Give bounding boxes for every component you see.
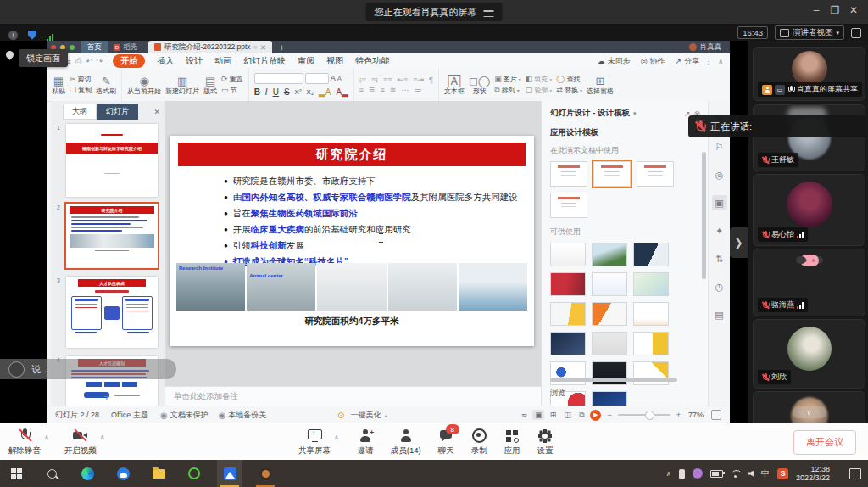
sidebar-collapse-handle[interactable]: ❯ xyxy=(730,227,748,258)
scroll-down-button[interactable]: ∨ xyxy=(793,406,826,418)
design-template-thumb[interactable] xyxy=(550,302,586,326)
design-pane-icon[interactable]: ▣ xyxy=(712,195,727,210)
design-template-thumb[interactable] xyxy=(592,272,627,296)
menu-animation[interactable]: 动画 xyxy=(214,55,231,67)
history-icon[interactable]: ◷ xyxy=(712,279,727,294)
fill-button[interactable]: ◧填充▾ xyxy=(526,76,553,83)
browse-templates-link[interactable]: 浏览... xyxy=(550,388,572,399)
menu-design[interactable]: 设计 xyxy=(186,55,203,67)
reading-view-icon[interactable]: ◫ xyxy=(561,410,573,420)
beautify-button[interactable]: ⊙ 一键美化 ▴ xyxy=(335,410,387,421)
tray-expand-icon[interactable]: ∧ xyxy=(666,470,671,478)
add-slide-button[interactable]: + xyxy=(103,390,110,403)
font-size-select[interactable] xyxy=(305,73,329,84)
outline-button[interactable]: ▢轮廓▾ xyxy=(526,87,553,94)
bold-button[interactable]: B xyxy=(254,87,260,97)
layout-button[interactable]: ▤版式 xyxy=(203,76,217,95)
banner-menu-icon[interactable] xyxy=(484,8,494,17)
mac-zoom-dot[interactable] xyxy=(70,45,75,50)
panel-close-icon[interactable]: ✕ xyxy=(153,108,160,116)
new-slide-button[interactable]: ▥新建幻灯片 xyxy=(165,76,199,95)
battery-icon[interactable] xyxy=(710,470,723,478)
participant-tile-partial[interactable]: ∨ xyxy=(753,391,865,424)
subscript-button[interactable]: X₂ xyxy=(307,88,314,96)
camera-app-icon[interactable] xyxy=(253,460,278,487)
zoom-in-button[interactable]: + xyxy=(676,411,681,419)
media-icon[interactable]: ▤ xyxy=(712,307,727,322)
tab-docer[interactable]: D 稻壳 xyxy=(108,41,143,53)
new-tab-button[interactable]: + xyxy=(279,42,284,53)
collapse-ribbon-icon[interactable]: ∧ xyxy=(718,58,723,65)
participant-tile[interactable]: 易心怡 xyxy=(753,174,865,246)
used-template-thumb-selected[interactable] xyxy=(593,161,631,187)
pin-icon[interactable] xyxy=(4,49,15,60)
notes-toggle-icon[interactable]: ≂ xyxy=(518,410,530,420)
leave-meeting-button[interactable]: 离开会议 xyxy=(793,430,856,455)
print-icon[interactable]: ⎙ xyxy=(75,57,81,66)
tab-close-icon[interactable]: ✕ xyxy=(260,43,266,52)
selection-pane-button[interactable]: ⊞选择窗格 xyxy=(587,76,614,95)
cut-button[interactable]: ✂剪切 xyxy=(70,76,92,83)
current-slide[interactable]: 研究院介绍 ●研究院是在赣州市委、市政府支持下 ●由国内外知名高校、权威专家联合… xyxy=(170,136,534,346)
tab-pin-icon[interactable]: ▿ xyxy=(254,44,258,51)
cooperate-button[interactable]: ◎协作 xyxy=(641,56,665,67)
start-video-button[interactable]: 开启视频 xyxy=(64,428,97,456)
chevron-down-icon[interactable]: ▾ xyxy=(633,110,637,117)
shape-button[interactable]: ◻◯形状 xyxy=(469,76,490,95)
paragraph-tools[interactable]: ⁝≡≡⁝≡≡⇤≡≡⇥¶ ≡≣≡≋⋯≔ xyxy=(359,76,433,94)
normal-view-icon[interactable]: ▣ xyxy=(532,410,544,420)
action-center-icon[interactable] xyxy=(849,468,861,479)
participant-tile[interactable]: 王舒敏 xyxy=(753,104,865,171)
notes-bar[interactable]: 单击此处添加备注 xyxy=(165,386,541,406)
share-options-caret[interactable]: ∧ xyxy=(334,428,339,441)
find-button[interactable]: ◯查找 xyxy=(556,76,582,83)
superscript-button[interactable]: X² xyxy=(295,88,302,96)
record-button[interactable]: 录制 xyxy=(471,428,487,456)
slideshow-play-button[interactable]: ▶ xyxy=(590,410,601,421)
theme-label[interactable]: Office 主题 xyxy=(111,410,148,421)
picture-button[interactable]: ▣图片▾ xyxy=(494,76,521,83)
replace-button[interactable]: ⇄替换▾ xyxy=(556,87,582,94)
protect-label[interactable]: 文档未保护 xyxy=(170,410,209,421)
font-color-button[interactable]: A▂ xyxy=(336,87,348,97)
tab-slides[interactable]: 幻灯片 xyxy=(97,104,138,120)
used-template-thumb[interactable] xyxy=(550,193,587,218)
caption-overlay[interactable]: 说… xyxy=(0,359,176,379)
section-button[interactable]: ▭节 xyxy=(221,87,243,94)
zoom-out-button[interactable]: − xyxy=(607,411,611,419)
transition-icon[interactable]: ⇅ xyxy=(712,251,727,266)
design-template-thumb[interactable] xyxy=(592,243,627,266)
design-template-thumb[interactable] xyxy=(550,332,586,355)
design-template-thumb[interactable] xyxy=(633,302,669,326)
menu-start[interactable]: 开始 xyxy=(113,54,145,68)
antivirus-icon[interactable] xyxy=(181,460,207,487)
backup-label[interactable]: 本地备份关 xyxy=(228,410,266,421)
design-template-thumb[interactable] xyxy=(550,272,586,296)
tab-outline[interactable]: 大纲 xyxy=(63,104,97,120)
mute-options-caret[interactable]: ∧ xyxy=(44,428,49,441)
apps-button[interactable]: 应用 xyxy=(504,429,520,456)
menu-review[interactable]: 审阅 xyxy=(298,55,314,67)
close-button[interactable]: ✕ xyxy=(844,4,863,16)
participant-tile[interactable]: 刘欣 xyxy=(753,319,865,389)
design-template-thumb[interactable] xyxy=(550,243,586,266)
slide-thumbnail-3[interactable]: 3 人才队伍构成 xyxy=(66,277,158,348)
paste-button[interactable]: ▦粘贴 xyxy=(52,76,65,95)
chat-button[interactable]: 8 聊天 xyxy=(438,428,454,456)
font-name-select[interactable] xyxy=(254,73,303,84)
share-button[interactable]: ↗分享 xyxy=(676,56,700,67)
undo-icon[interactable]: ↶ xyxy=(86,57,92,65)
design-template-thumb[interactable] xyxy=(592,302,627,326)
meeting-app-icon[interactable] xyxy=(217,460,242,487)
arrange-button[interactable]: ⧉排列▾ xyxy=(494,87,521,94)
file-explorer-icon[interactable] xyxy=(146,460,171,487)
copy-button[interactable]: ❐复制 xyxy=(70,87,92,94)
menu-features[interactable]: 特色功能 xyxy=(355,55,389,67)
zoom-slider[interactable] xyxy=(618,414,670,416)
used-template-thumb[interactable] xyxy=(550,161,587,187)
menu-view[interactable]: 视图 xyxy=(326,55,343,67)
used-template-thumb[interactable] xyxy=(637,161,674,187)
italic-button[interactable]: I xyxy=(265,87,268,97)
strikethrough-button[interactable]: S xyxy=(284,87,290,97)
search-button[interactable] xyxy=(39,460,64,487)
